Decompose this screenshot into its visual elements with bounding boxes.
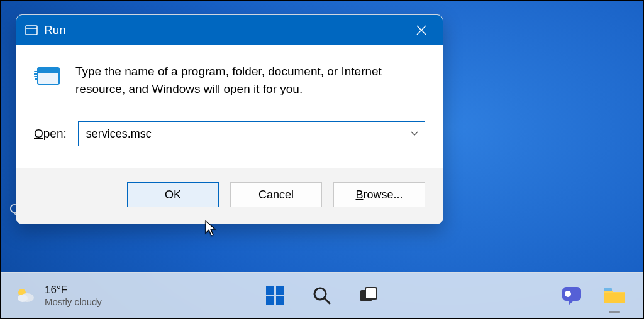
svg-line-14 <box>325 298 330 303</box>
open-label: Open: <box>34 127 67 141</box>
weather-icon <box>16 285 36 305</box>
browse-button[interactable]: Browse... <box>333 182 425 207</box>
start-button[interactable] <box>262 282 289 310</box>
svg-rect-19 <box>604 293 625 303</box>
dialog-body: Type the name of a program, folder, docu… <box>16 45 443 168</box>
desktop: Q Run <box>0 0 644 319</box>
dialog-title: Run <box>44 23 66 37</box>
search-icon <box>312 286 332 306</box>
folder-icon <box>602 286 626 306</box>
titlebar[interactable]: Run <box>16 15 443 45</box>
svg-rect-9 <box>266 286 274 295</box>
temperature: 16°F <box>45 284 102 296</box>
svg-rect-5 <box>38 68 59 73</box>
weather-widget[interactable]: 16°F Mostly cloudy <box>16 284 102 307</box>
run-app-icon <box>34 65 62 97</box>
close-button[interactable] <box>406 15 436 45</box>
dialog-description: Type the name of a program, folder, docu… <box>75 63 425 97</box>
ok-button[interactable]: OK <box>127 182 219 207</box>
task-view-button[interactable] <box>355 282 382 310</box>
weather-text: 16°F Mostly cloudy <box>45 284 102 307</box>
search-button[interactable] <box>308 282 336 310</box>
svg-rect-10 <box>276 286 284 295</box>
file-explorer-button[interactable] <box>601 282 628 310</box>
taskbar[interactable]: 16°F Mostly cloudy <box>1 272 643 318</box>
svg-rect-11 <box>266 296 274 305</box>
chat-button[interactable] <box>558 282 586 310</box>
svg-rect-16 <box>365 288 377 299</box>
dialog-buttons: OK Cancel Browse... <box>16 168 443 224</box>
chat-icon <box>560 284 583 307</box>
svg-rect-20 <box>604 288 612 291</box>
active-indicator <box>609 311 620 313</box>
svg-rect-12 <box>276 296 284 305</box>
close-icon <box>416 24 427 36</box>
svg-point-18 <box>565 291 571 297</box>
task-view-icon <box>358 286 379 306</box>
run-icon <box>25 25 38 35</box>
run-dialog: Run Type the name of a program, folder, … <box>16 14 443 224</box>
windows-logo-icon <box>265 285 286 306</box>
open-input[interactable] <box>78 121 425 146</box>
svg-point-8 <box>18 295 28 302</box>
weather-condition: Mostly cloudy <box>45 296 102 307</box>
svg-rect-0 <box>26 26 37 35</box>
open-combobox[interactable] <box>78 121 425 146</box>
cancel-button[interactable]: Cancel <box>230 182 322 207</box>
